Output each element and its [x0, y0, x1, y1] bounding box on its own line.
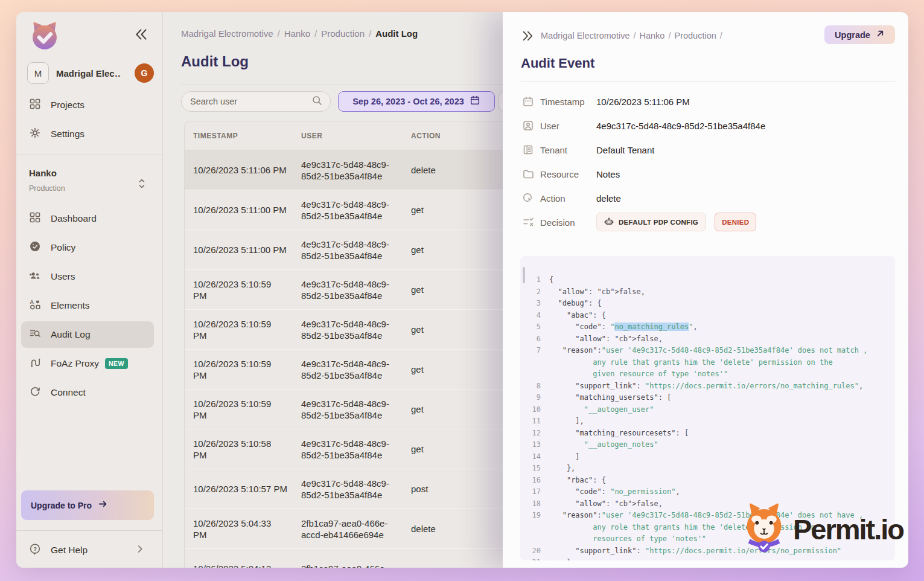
- code-line: any rule that grants him the 'delete' pe…: [527, 357, 895, 369]
- date-range-picker[interactable]: Sep 26, 2023 - Oct 26, 2023: [338, 91, 495, 112]
- sidebar-item-elements[interactable]: A Elements: [21, 292, 154, 319]
- avatar[interactable]: G: [135, 63, 154, 83]
- calendar-icon: [470, 95, 480, 108]
- table-row[interactable]: 10/26/2023 5:11:00 PM 4e9c317c-5d48-48c9…: [185, 230, 546, 270]
- sidebar-item-foaz-proxy[interactable]: FoAz Proxy NEW: [21, 350, 154, 377]
- row-user: 4e9c317c-5d48-48c9- 85d2-51be35a4f84e: [301, 318, 411, 341]
- table-header: TIMESTAMP USER ACTION: [185, 121, 546, 150]
- org-switcher[interactable]: M Madrigal Elec… G: [27, 62, 154, 85]
- breadcrumb-org[interactable]: Madrigal Electromotive: [181, 28, 273, 39]
- table-row[interactable]: 10/26/2023 5:10:59 PM 4e9c317c-5d48-48c9…: [185, 270, 546, 310]
- table-row[interactable]: 10/26/2023 5:11:00 PM 4e9c317c-5d48-48c9…: [185, 190, 546, 230]
- table-row[interactable]: 10/26/2023 5:10:59 PM 4e9c317c-5d48-48c9…: [185, 390, 546, 429]
- sidebar-item-audit-log[interactable]: Audit Log: [21, 321, 154, 348]
- policy-icon: [29, 240, 41, 255]
- row-user: 4e9c317c-5d48-48c9- 85d2-51be35a4f84e: [301, 199, 411, 222]
- breadcrumb-environment[interactable]: Production: [321, 28, 365, 39]
- shiba-mascot-icon: [736, 500, 792, 558]
- field-label: Resource: [540, 169, 596, 179]
- arrow-up-right-icon: [876, 29, 885, 40]
- field-value: 10/26/2023 5:11:06 PM: [596, 97, 690, 107]
- code-line: 2 "allow": "cb">false,: [527, 286, 895, 298]
- get-help-label: Get Help: [51, 545, 135, 556]
- pdp-config-badge[interactable]: DEFAULT PDP CONFIG: [596, 213, 706, 231]
- table-body: 10/26/2023 5:11:06 PM 4e9c317c-5d48-48c9…: [185, 150, 546, 568]
- app-window: M Madrigal Elec… G Projects Settings Han…: [16, 12, 908, 568]
- help-icon: ?: [29, 543, 41, 557]
- code-line: 6 "allow": "cb">false,: [527, 333, 895, 345]
- table-row[interactable]: 10/26/2023 5:10:59 PM 4e9c317c-5d48-48c9…: [185, 310, 546, 350]
- breadcrumb-environment[interactable]: Production: [674, 31, 716, 40]
- row-user: 4e9c317c-5d48-48c9- 85d2-51be35a4f84e: [301, 358, 411, 381]
- upgrade-label: Upgrade: [835, 30, 870, 40]
- page-title: Audit Log: [181, 53, 249, 70]
- proxy-route-icon: [29, 356, 41, 371]
- field-label: Decision: [540, 217, 596, 228]
- sidebar-item-dashboard[interactable]: Dashboard: [21, 205, 154, 232]
- breadcrumb-org[interactable]: Madrigal Electromotive: [541, 31, 629, 40]
- sidebar-collapse-icon[interactable]: [133, 27, 149, 42]
- sidebar-item-connect[interactable]: Connect: [21, 379, 154, 406]
- sidebar-item-projects[interactable]: Projects: [21, 92, 154, 118]
- field-label: Timestamp: [540, 97, 596, 107]
- table-row[interactable]: 10/26/2023 5:04:13 2fb1ca97-aea0-466e-: [185, 549, 546, 568]
- dashboard-grid-icon: [29, 211, 41, 226]
- decision-icon: [522, 216, 534, 228]
- tenant-icon: [522, 144, 534, 156]
- table-row[interactable]: 10/26/2023 5:11:06 PM 4e9c317c-5d48-48c9…: [185, 150, 546, 190]
- search-input[interactable]: [190, 97, 311, 106]
- permit-logo-icon: [27, 19, 62, 54]
- scrollbar-thumb[interactable]: [523, 267, 525, 283]
- field-value: delete: [596, 193, 621, 204]
- code-line: 17 "code": "no_permission",: [527, 486, 895, 498]
- sidebar-divider: [16, 530, 162, 531]
- search-icon: [311, 95, 323, 109]
- projects-grid-icon: [29, 98, 41, 112]
- panel-title: Audit Event: [521, 56, 594, 71]
- table-row[interactable]: 10/26/2023 5:10:57 PM 4e9c317c-5d48-48c9…: [185, 469, 546, 509]
- sidebar-item-label: Policy: [51, 242, 75, 253]
- connect-sync-icon: [29, 385, 41, 400]
- panel-expand-icon[interactable]: [521, 29, 535, 43]
- row-user: 2fb1ca97-aea0-466e-: [301, 563, 411, 568]
- row-timestamp: 10/26/2023 5:10:59 PM: [185, 278, 301, 301]
- code-line: 11 ],: [527, 416, 895, 428]
- code-line: 7 "reason":"user '4e9c317c-5d48-48c9-85d…: [527, 345, 895, 357]
- sidebar-item-users[interactable]: Users: [21, 263, 154, 290]
- code-line: given resource of type 'notes'": [527, 368, 895, 380]
- svg-text:A: A: [30, 299, 34, 305]
- sidebar-item-policy[interactable]: Policy: [21, 234, 154, 261]
- sidebar-item-settings[interactable]: Settings: [21, 121, 154, 147]
- table-row[interactable]: 10/26/2023 5:04:33 PM 2fb1ca97-aea0-466e…: [185, 509, 546, 549]
- breadcrumb: Madrigal Electromotive/Hanko/Production/…: [181, 28, 418, 39]
- audit-event-panel: Madrigal Electromotive/Hanko/Production/…: [503, 12, 908, 568]
- sidebar-item-label: Elements: [51, 300, 90, 311]
- breadcrumb-current: Audit Log: [375, 28, 418, 39]
- sidebar-item-label: Audit Log: [51, 329, 91, 340]
- sidebar-item-label: Connect: [51, 387, 86, 398]
- sidebar-item-label: Settings: [51, 129, 84, 140]
- row-user: 4e9c317c-5d48-48c9- 85d2-51be35a4f84e: [301, 398, 411, 421]
- code-line: 3 "debug": {: [527, 298, 895, 310]
- date-range-label: Sep 26, 2023 - Oct 26, 2023: [352, 97, 464, 106]
- search-user-field[interactable]: [181, 91, 331, 112]
- get-help-button[interactable]: ? Get Help: [21, 537, 154, 563]
- code-line: 16 "rbac": {: [527, 475, 895, 487]
- gear-icon: [29, 127, 41, 141]
- upgrade-to-pro-label: Upgrade to Pro: [31, 501, 92, 510]
- table-row[interactable]: 10/26/2023 5:10:58 PM 4e9c317c-5d48-48c9…: [185, 429, 546, 469]
- divider: [521, 82, 895, 82]
- environment-selector[interactable]: Hanko Production: [29, 168, 150, 193]
- code-line: 14 ]: [527, 451, 895, 463]
- audit-log-icon: [29, 327, 41, 342]
- field-value: Default Tenant: [596, 145, 654, 155]
- upgrade-button[interactable]: Upgrade: [824, 25, 895, 44]
- breadcrumb-project[interactable]: Hanko: [640, 31, 665, 40]
- row-timestamp: 10/26/2023 5:11:06 PM: [185, 164, 301, 176]
- action-cursor-icon: [522, 192, 534, 204]
- breadcrumb-project[interactable]: Hanko: [284, 28, 310, 39]
- calendar-icon: [522, 95, 534, 108]
- code-line: 13 "__autogen_notes": [527, 439, 895, 451]
- upgrade-to-pro-button[interactable]: Upgrade to Pro: [21, 490, 154, 520]
- table-row[interactable]: 10/26/2023 5:10:59 PM 4e9c317c-5d48-48c9…: [185, 350, 546, 390]
